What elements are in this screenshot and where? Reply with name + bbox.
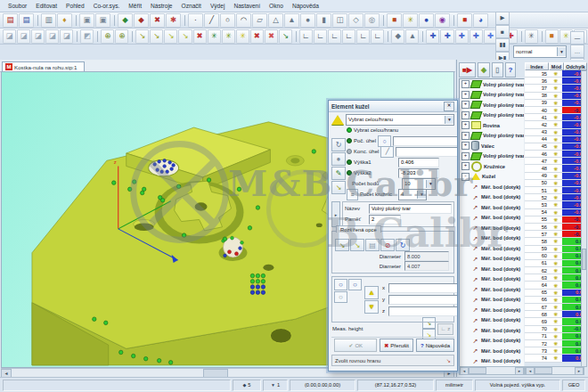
toolbar-button[interactable]: ✳ xyxy=(403,13,418,28)
menu-item-editovat[interactable]: Editovat xyxy=(31,2,61,10)
menu-item-okno[interactable]: Okno xyxy=(265,2,288,10)
tree-item[interactable]: +Volný plošný tvar xyxy=(460,100,524,110)
table-row[interactable]: 42✳-0.09 xyxy=(525,121,587,128)
option-icon[interactable]: ▤ xyxy=(365,239,380,251)
height2-input[interactable] xyxy=(398,168,439,178)
tree-item[interactable]: ↗Měř. bod (dotyk) xyxy=(460,243,524,254)
toolbar-button[interactable]: ◪ xyxy=(3,29,16,44)
toolbar-button[interactable]: ♦ xyxy=(57,13,72,28)
table-row[interactable]: 74✳0.03 xyxy=(525,355,587,362)
playback-extra-button[interactable]: — xyxy=(570,31,584,45)
toolbar-button[interactable]: ▥ xyxy=(41,13,56,28)
slope-icon[interactable]: ╱ xyxy=(380,146,394,158)
cone-direction-icon[interactable]: ▲ xyxy=(364,286,379,299)
panel-toolbar-button[interactable]: ▯ xyxy=(492,62,502,78)
toolbar-button[interactable]: ∟ xyxy=(356,29,370,44)
tree-item[interactable]: ↗Měř. bod (dotyk) xyxy=(460,213,524,224)
tree-item[interactable]: +Kružnice xyxy=(460,161,524,172)
table-row[interactable]: 62✳0.02 xyxy=(525,267,587,274)
ok-button[interactable]: ✔OK xyxy=(334,339,377,352)
toolbar-button[interactable]: ▤ xyxy=(19,13,34,28)
table-row[interactable]: 58✳0.02 xyxy=(525,238,587,245)
toolbar-button[interactable]: ✚ xyxy=(470,29,483,44)
toolbar-button[interactable]: ∟ xyxy=(299,29,313,44)
dialog-title-bar[interactable]: Element kužel ✕ xyxy=(329,101,457,112)
table-row[interactable]: 73✳0.02 xyxy=(525,347,587,355)
toolbar-button[interactable]: ↘ xyxy=(279,29,292,44)
menu-item-nstroje[interactable]: Nástroje xyxy=(146,2,177,10)
tree-item[interactable]: ↗Měř. bod (dotyk) xyxy=(460,254,524,265)
toolbar-button[interactable]: ▱ xyxy=(252,13,267,28)
tree-item[interactable]: ↗Měř. bod (dotyk) xyxy=(460,315,524,326)
tree-item[interactable]: ↗Měř. bod (dotyk) xyxy=(460,233,524,244)
toolbar-button[interactable]: ✚ xyxy=(440,29,453,44)
table-row[interactable]: 53✳-0.09 xyxy=(525,201,587,208)
tree-expander-icon[interactable]: + xyxy=(461,162,470,170)
toolbar-button[interactable]: ◪ xyxy=(60,29,73,44)
table-row[interactable]: 36✳-0.09 xyxy=(525,78,587,85)
tree-item[interactable]: ↗Měř. bod (dotyk) xyxy=(460,325,524,336)
cancel-button[interactable]: ✖Přerušit xyxy=(380,339,413,352)
tree-item[interactable]: ↗Měř. bod (dotyk) xyxy=(460,295,524,306)
tree-item[interactable]: +Volný plošný tvar xyxy=(460,151,524,162)
close-icon[interactable]: ✕ xyxy=(444,102,454,111)
tree-item[interactable]: -Kužel xyxy=(460,172,524,183)
toolbar-button[interactable]: ✚ xyxy=(426,29,439,44)
toolbar-button[interactable]: ▲ xyxy=(284,13,299,28)
table-row[interactable]: 37✳-0.09 xyxy=(525,85,587,92)
toolbar-button[interactable]: ▣ xyxy=(79,13,94,28)
tree-expander-icon[interactable]: + xyxy=(461,111,470,119)
tab-extended-options[interactable]: Rozšířená opce xyxy=(336,225,381,233)
table-row[interactable]: 35✳-0.09 xyxy=(525,70,587,78)
table-row[interactable]: 64✳0.00 xyxy=(525,282,587,289)
option-icon[interactable]: ↻ xyxy=(396,239,410,251)
tree-expander-icon[interactable]: + xyxy=(461,91,470,99)
toolbar-button[interactable]: ✖ xyxy=(250,29,264,44)
cone-direction-icon[interactable]: ▼ xyxy=(364,300,379,314)
toolbar-button[interactable]: ◩ xyxy=(80,29,94,44)
toolbar-button[interactable]: ◕ xyxy=(473,13,488,28)
tree-item[interactable]: ↗Měř. bod (dotyk) xyxy=(460,264,524,274)
menu-item-npovda[interactable]: Nápověda xyxy=(288,2,323,10)
tree-item[interactable]: +Volný plošný tvar xyxy=(460,110,524,121)
table-row[interactable]: 45✳-0.08 xyxy=(525,143,587,151)
tree-expander-icon[interactable]: + xyxy=(461,80,470,88)
toolbar-button[interactable]: · xyxy=(188,13,203,28)
menu-item-vdej[interactable]: Výdej xyxy=(206,2,230,10)
option-icon[interactable]: ↘ xyxy=(335,239,349,251)
tree-item[interactable]: ↗Měř. bod (dotyk) xyxy=(460,356,524,367)
toolbar-button[interactable]: ■ xyxy=(457,13,472,28)
table-row[interactable]: 66✳0.03 xyxy=(525,297,587,304)
z-input[interactable] xyxy=(388,306,458,316)
toolbar-button[interactable]: ■ xyxy=(387,13,402,28)
toolbar-button[interactable]: ╱ xyxy=(204,13,219,28)
toolbar-button[interactable]: ↘ xyxy=(135,29,149,44)
table-header-cell[interactable]: Mód xyxy=(549,62,564,70)
select-edge-row[interactable]: Vybrat celou/hranu xyxy=(347,125,454,135)
toolbar-button[interactable]: ○ xyxy=(220,13,235,28)
toolbar-button[interactable]: ✖ xyxy=(193,29,207,44)
table-row[interactable]: 67✳0.03 xyxy=(525,304,587,311)
toolbar-button[interactable]: ◆ xyxy=(118,13,133,28)
toolbar-button[interactable]: ↘ xyxy=(178,29,192,44)
tree-expander-icon[interactable]: + xyxy=(461,132,470,140)
tree-item[interactable]: +Volný plošný tvar xyxy=(460,79,524,90)
tree-item[interactable]: +Volný plošný tvar xyxy=(460,131,524,142)
option-icon[interactable]: ⊘ xyxy=(380,239,395,251)
toolbar-button[interactable]: ✖ xyxy=(265,29,278,44)
panel-toolbar-button[interactable]: ? xyxy=(505,62,517,78)
table-row[interactable]: 48✳-0.08 xyxy=(525,165,587,172)
table-row[interactable]: 70✳-0.00 xyxy=(525,326,587,333)
toolbar-button[interactable]: ∟ xyxy=(314,29,327,44)
table-row[interactable]: 51✳-0.05 xyxy=(525,187,587,194)
table-row[interactable]: 50✳-0.09 xyxy=(525,180,587,187)
help-button[interactable]: ?Nápověda xyxy=(416,339,454,352)
table-row[interactable]: 69✳0.00 xyxy=(525,318,587,325)
corner-height-button[interactable]: ∟ z xyxy=(437,323,453,335)
circles-count-select[interactable]: 4▼ xyxy=(398,189,427,200)
toolbar-button[interactable]: ✳ xyxy=(208,29,221,44)
menu-item-nastaven[interactable]: Nastavení xyxy=(229,2,265,10)
table-header[interactable]: IndexMódOdchylk xyxy=(525,62,587,70)
toolbar-button[interactable]: ✖ xyxy=(150,13,165,28)
tree-item[interactable]: ↗Měř. bod (dotyk) xyxy=(460,223,524,233)
